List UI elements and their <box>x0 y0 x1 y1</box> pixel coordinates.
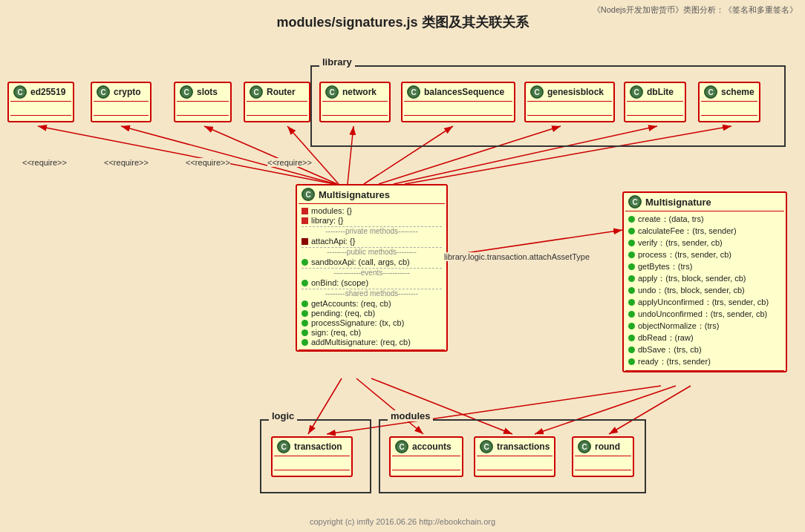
class-icon-crypto: C <box>97 85 110 99</box>
ms-objectNormalize: objectNormalize：(trs) <box>638 321 719 332</box>
class-label-scheme: scheme <box>721 87 755 97</box>
attr-modules: modules: {} <box>311 206 352 215</box>
class-box-network: C network <box>319 82 391 122</box>
require-label-3: <<require>> <box>267 158 312 167</box>
class-box-balancesSequence: C balancesSequence <box>401 82 515 122</box>
attr-sign: sign: (req, cb) <box>311 328 361 337</box>
class-label-Router: Router <box>267 87 296 97</box>
class-box-crypto: C crypto <box>91 82 151 122</box>
attr-onBind: onBind: (scope) <box>311 278 368 287</box>
class-icon-genesisblock: C <box>530 85 544 99</box>
class-box-Router: C Router <box>244 82 310 122</box>
copyright: copyright (c) imfly 2016.06.26 http://eb… <box>310 517 495 526</box>
ms-undoUnconfirmed: undoUnconfirmed：(trs, sender, cb) <box>638 309 767 320</box>
ms-ready: ready：(trs, sender) <box>638 356 711 367</box>
class-box-Multisignature: C Multisignature create：(data, trs) calc… <box>622 191 787 372</box>
class-icon-scheme: C <box>704 85 717 99</box>
class-icon-Multisignatures: C <box>302 188 315 201</box>
relation-label: library.logic.transaction.attachAssetTyp… <box>444 252 590 261</box>
class-icon-round: C <box>578 440 591 453</box>
class-label-genesisblock: genesisblock <box>547 87 604 97</box>
svg-line-3 <box>121 126 336 184</box>
class-icon-ed25519: C <box>13 85 27 99</box>
class-box-slots: C slots <box>174 82 232 122</box>
ms-apply: apply：(trs, block, sender, cb) <box>638 273 746 284</box>
modules-label: modules <box>388 410 433 421</box>
class-box-scheme: C scheme <box>698 82 760 122</box>
require-label-1: <<require>> <box>104 158 149 167</box>
ms-dbRead: dbRead：(raw) <box>638 332 694 344</box>
top-right-label: 《Nodejs开发加密货币》类图分析：《签名和多重签名》 <box>593 4 798 16</box>
class-box-round: C round <box>572 436 634 477</box>
class-box-transaction: C transaction <box>271 436 353 477</box>
attr-getAccounts: getAccounts: (req, cb) <box>311 299 391 308</box>
class-icon-transaction: C <box>277 440 290 453</box>
ms-dbSave: dbSave：(trs, cb) <box>638 344 702 355</box>
svg-line-2 <box>38 126 334 184</box>
section-shared: --------shared methods-------- <box>302 289 442 298</box>
class-box-transactions: C transactions <box>474 436 555 477</box>
class-label-ed25519: ed25519 <box>30 87 65 97</box>
attr-addMultisignature: addMultisignature: (req, cb) <box>311 338 411 347</box>
class-label-transactions: transactions <box>497 441 550 452</box>
attr-sandboxApi: sandboxApi: (call, args, cb) <box>311 257 410 266</box>
class-label-balancesSequence: balancesSequence <box>424 87 504 97</box>
class-icon-slots: C <box>180 85 193 99</box>
ms-calcfee: calculateFee：(trs, sender) <box>638 226 737 237</box>
class-box-genesisblock: C genesisblock <box>524 82 615 122</box>
section-events: -----------events----------- <box>302 268 442 277</box>
logic-label: logic <box>269 410 297 421</box>
class-box-dbLite: C dbLite <box>624 82 686 122</box>
class-label-network: network <box>342 87 377 97</box>
require-label-2: <<require>> <box>186 158 230 167</box>
class-label-accounts: accounts <box>412 441 452 452</box>
class-box-Multisignatures: C Multisignatures modules: {} library: {… <box>296 184 448 352</box>
attr-attachApi: attachApi: {} <box>311 237 355 246</box>
section-public: --------public methods-------- <box>302 247 442 256</box>
class-label-Multisignatures: Multisignatures <box>319 189 390 200</box>
class-label-crypto: crypto <box>114 87 141 97</box>
section-private: --------private methods-------- <box>302 226 442 235</box>
class-icon-transactions: C <box>480 440 493 453</box>
ms-verify: verify：(trs, sender, cb) <box>638 237 723 249</box>
attr-pending: pending: (req, cb) <box>311 309 375 318</box>
class-icon-dbLite: C <box>630 85 643 99</box>
ms-undo: undo：(trs, block, sender, cb) <box>638 285 745 296</box>
ms-process: process：(trs, sender, cb) <box>638 249 731 260</box>
ms-getbytes: getBytes：(trs) <box>638 261 692 272</box>
library-label: library <box>319 56 355 68</box>
class-label-transaction: transaction <box>294 441 342 452</box>
ms-applyUnconfirmed: applyUnconfirmed：(trs, sender, cb) <box>638 297 769 308</box>
class-icon-Router: C <box>250 85 263 99</box>
class-box-ed25519: C ed25519 <box>7 82 74 122</box>
attr-library: library: {} <box>311 216 343 225</box>
class-label-slots: slots <box>197 87 218 97</box>
class-box-accounts: C accounts <box>389 436 463 477</box>
class-icon-balancesSequence: C <box>407 85 420 99</box>
class-label-dbLite: dbLite <box>647 87 674 97</box>
class-icon-network: C <box>325 85 339 99</box>
class-label-round: round <box>595 441 620 452</box>
class-label-Multisignature: Multisignature <box>645 197 711 208</box>
require-label-0: <<require>> <box>22 158 67 167</box>
class-icon-accounts: C <box>395 440 408 453</box>
attr-processSignature: processSignature: (tx, cb) <box>311 318 404 327</box>
ms-create: create：(data, trs) <box>638 214 704 225</box>
class-icon-Multisignature: C <box>628 195 642 208</box>
